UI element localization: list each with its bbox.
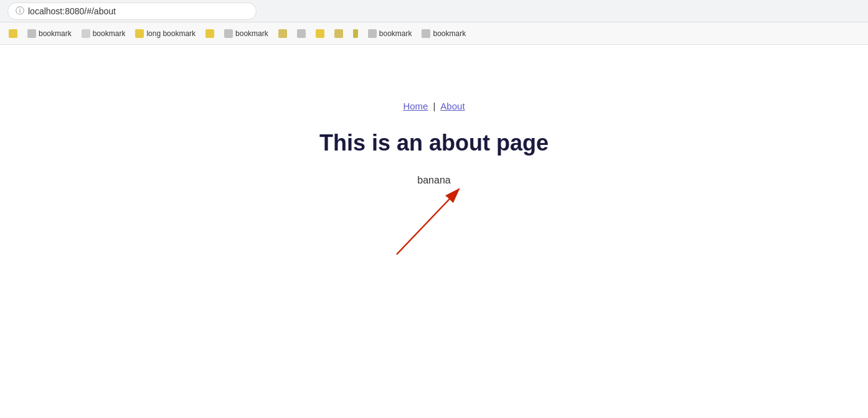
- bookmark-favicon: [368, 29, 377, 38]
- bookmarks-bar: bookmark bookmark long bookmark bookmark…: [0, 22, 868, 45]
- bookmark-item[interactable]: [275, 27, 291, 40]
- bookmark-item[interactable]: [202, 27, 218, 40]
- bookmark-label: bookmark: [433, 29, 466, 38]
- bookmark-label: bookmark: [379, 29, 412, 38]
- bookmark-label: bookmark: [39, 29, 72, 38]
- address-text: localhost:8080/#/about: [28, 6, 116, 16]
- browser-chrome: ⓘ localhost:8080/#/about: [0, 0, 868, 22]
- info-icon: ⓘ: [16, 6, 24, 17]
- bookmark-favicon: [278, 29, 287, 38]
- bookmark-favicon: [422, 29, 430, 38]
- main-content: Home | About This is an about page banan…: [0, 45, 868, 406]
- bookmark-item[interactable]: [349, 27, 362, 40]
- bookmark-item[interactable]: bookmark: [418, 27, 469, 40]
- bookmark-item[interactable]: [331, 27, 347, 40]
- arrow-svg: [372, 180, 496, 261]
- bookmark-label: bookmark: [93, 29, 126, 38]
- bookmark-favicon: [135, 29, 144, 38]
- bookmark-label: bookmark: [235, 29, 268, 38]
- address-bar[interactable]: ⓘ localhost:8080/#/about: [7, 2, 257, 20]
- svg-line-1: [397, 189, 459, 254]
- bookmark-item[interactable]: bookmark: [364, 27, 416, 40]
- arrow-annotation: [372, 180, 496, 261]
- bookmark-item[interactable]: [293, 27, 309, 40]
- bookmark-item[interactable]: [312, 27, 328, 40]
- nav-separator: |: [433, 101, 435, 111]
- bookmark-favicon: [224, 29, 233, 38]
- bookmark-item[interactable]: [5, 27, 21, 40]
- bookmark-favicon: [297, 29, 306, 38]
- bookmark-label: long bookmark: [146, 29, 196, 38]
- page-heading: This is an about page: [319, 130, 549, 156]
- bookmark-favicon: [205, 29, 214, 38]
- nav-links: Home | About: [403, 101, 465, 111]
- bookmark-item[interactable]: long bookmark: [131, 27, 199, 40]
- bookmark-item[interactable]: bookmark: [78, 27, 130, 40]
- bookmark-favicon: [9, 29, 17, 38]
- content-area: banana: [372, 175, 496, 261]
- bookmark-favicon: [353, 29, 358, 38]
- bookmark-favicon: [316, 29, 324, 38]
- about-link[interactable]: About: [440, 101, 465, 111]
- bookmark-item[interactable]: bookmark: [24, 27, 75, 40]
- bookmark-favicon: [82, 29, 90, 38]
- home-link[interactable]: Home: [403, 101, 428, 111]
- bookmark-favicon: [334, 29, 343, 38]
- bookmark-favicon: [27, 29, 36, 38]
- bookmark-item[interactable]: bookmark: [220, 27, 272, 40]
